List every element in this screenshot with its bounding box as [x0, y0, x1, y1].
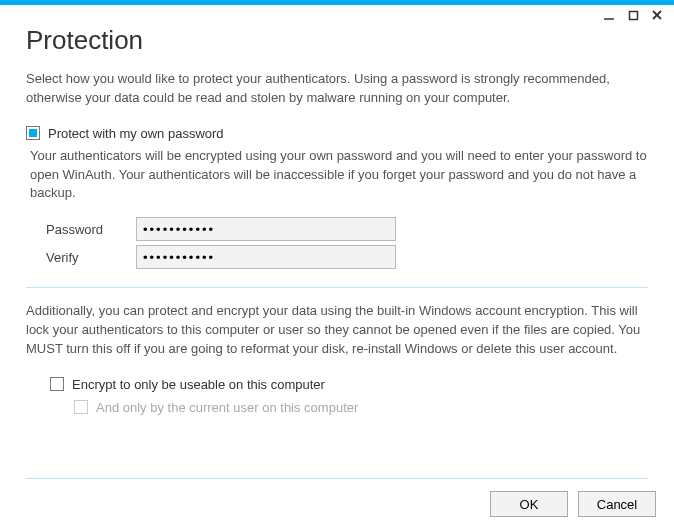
encrypt-user-checkbox-row: And only by the current user on this com… [74, 400, 648, 415]
password-label: Password [46, 222, 136, 237]
protect-description: Your authenticators will be encrypted us… [30, 147, 648, 204]
close-button[interactable] [650, 8, 664, 22]
encrypt-checkbox-label[interactable]: Encrypt to only be useable on this compu… [72, 377, 325, 392]
minimize-button[interactable] [602, 8, 616, 22]
footer-separator [26, 478, 648, 479]
verify-row: Verify [46, 245, 648, 269]
dialog-content: Protection Select how you would like to … [0, 5, 674, 415]
encrypt-checkbox-row: Encrypt to only be useable on this compu… [50, 377, 648, 392]
password-input[interactable] [136, 217, 396, 241]
protect-checkbox[interactable] [26, 126, 40, 140]
encrypt-user-checkbox [74, 400, 88, 414]
protect-checkbox-row: Protect with my own password [26, 126, 648, 141]
separator [26, 287, 648, 288]
intro-text: Select how you would like to protect you… [26, 70, 648, 108]
window-controls [602, 8, 664, 22]
encrypt-user-checkbox-label: And only by the current user on this com… [96, 400, 358, 415]
protect-checkbox-label[interactable]: Protect with my own password [48, 126, 224, 141]
maximize-button[interactable] [626, 8, 640, 22]
cancel-button[interactable]: Cancel [578, 491, 656, 517]
verify-input[interactable] [136, 245, 396, 269]
dialog-footer: OK Cancel [490, 491, 656, 517]
verify-label: Verify [46, 250, 136, 265]
password-row: Password [46, 217, 648, 241]
page-title: Protection [26, 25, 648, 56]
svg-rect-1 [629, 11, 637, 19]
encrypt-description: Additionally, you can protect and encryp… [26, 302, 648, 359]
encrypt-checkbox[interactable] [50, 377, 64, 391]
ok-button[interactable]: OK [490, 491, 568, 517]
